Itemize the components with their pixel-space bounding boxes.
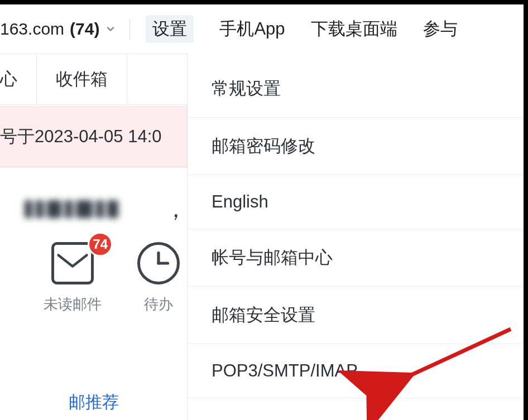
mail-icon — [51, 242, 94, 284]
menu-account-center[interactable]: 帐号与邮箱中心 — [188, 229, 524, 287]
menu-security-settings[interactable]: 邮箱安全设置 — [188, 287, 524, 344]
user-panel: ， 74 未读邮件 待办 — [0, 184, 188, 314]
settings-dropdown: 常规设置 邮箱密码修改 English 帐号与邮箱中心 邮箱安全设置 POP3/… — [188, 54, 524, 420]
nav-mobile-app[interactable]: 手机App — [219, 15, 285, 43]
mail-recommend[interactable]: 邮推荐 — [0, 391, 188, 420]
nav-settings[interactable]: 设置 — [146, 15, 194, 43]
nav-download-desktop[interactable]: 下载桌面端 — [311, 15, 397, 43]
user-name-row: ， — [0, 184, 188, 234]
quick-todo-label: 待办 — [137, 295, 180, 314]
login-notice-text: 号于2023-04-05 14:0 — [0, 125, 162, 148]
account-unread-count: (74) — [70, 20, 99, 38]
tab-inbox[interactable]: 收件箱 — [37, 54, 127, 104]
login-notice-bar: 号于2023-04-05 14:0 — [0, 106, 188, 167]
account-domain: 163.com — [0, 20, 64, 38]
quick-actions: 74 未读邮件 待办 — [0, 234, 188, 314]
tab-row: 心 收件箱 — [0, 54, 188, 105]
svg-rect-0 — [57, 252, 88, 274]
tab-center-fragment[interactable]: 心 — [0, 54, 37, 104]
unread-badge: 74 — [88, 232, 113, 257]
chevron-down-icon — [105, 23, 116, 35]
nav-participate[interactable]: 参与 — [423, 15, 458, 43]
vertical-separator — [129, 18, 130, 40]
menu-change-password[interactable]: 邮箱密码修改 — [188, 118, 524, 175]
menu-pop3-smtp-imap[interactable]: POP3/SMTP/IMAP — [188, 344, 524, 398]
top-nav: 设置 手机App 下载桌面端 参与 — [146, 15, 457, 43]
account-switcher[interactable]: 163.com (74) — [0, 20, 116, 38]
menu-english[interactable]: English — [188, 175, 524, 229]
clock-icon — [137, 242, 180, 284]
quick-unread-label: 未读邮件 — [44, 295, 102, 314]
menu-general-settings[interactable]: 常规设置 — [188, 60, 524, 118]
mail-recommend-link[interactable]: 邮推荐 — [69, 391, 119, 414]
quick-unread[interactable]: 74 未读邮件 — [44, 242, 102, 314]
topbar: 163.com (74) 设置 手机App 下载桌面端 参与 — [0, 4, 528, 54]
user-name-blurred — [25, 194, 169, 225]
quick-todo[interactable]: 待办 — [137, 242, 180, 314]
